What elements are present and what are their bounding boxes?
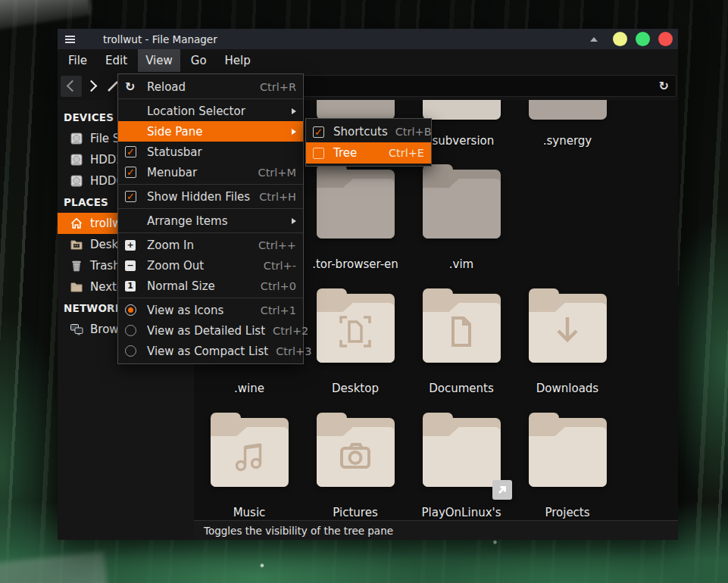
file-item-desktop[interactable]: Desktop: [308, 288, 402, 395]
menu-item-view-as-icons[interactable]: View as Icons Ctrl+1: [118, 300, 303, 320]
maximize-button[interactable]: [636, 32, 650, 46]
folder-icon: [529, 288, 607, 365]
menu-item-label: Zoom Out: [145, 259, 256, 273]
folder-icon: [317, 164, 395, 241]
file-item-vim[interactable]: .vim: [414, 164, 508, 271]
menu-item-label: Normal Size: [145, 279, 253, 293]
zoom-out-icon: −: [125, 260, 136, 271]
file-item-projects[interactable]: Projects: [520, 413, 614, 519]
menu-item-shortcuts[interactable]: Shortcuts Ctrl+B: [306, 121, 431, 142]
menu-item-location-selector[interactable]: Location Selector: [118, 101, 303, 121]
menu-item-side-pane[interactable]: Side Pane: [118, 121, 303, 142]
file-item-documents[interactable]: Documents: [414, 288, 508, 395]
menu-item-arrange-items[interactable]: Arrange Items: [118, 210, 303, 231]
menu-accel: Ctrl+0: [261, 280, 296, 292]
forward-button[interactable]: [82, 76, 103, 97]
menu-item-label: Reload: [145, 80, 252, 94]
statusbar: Toggles the visibility of the tree pane: [194, 520, 678, 540]
menu-separator: [118, 184, 303, 185]
menu-item-label: Location Selector: [145, 104, 286, 118]
checkbox-checked-icon: [125, 191, 136, 202]
desktop-folder-icon: [70, 238, 83, 251]
harddisk-icon: [70, 153, 83, 167]
menu-accel: Ctrl+B: [395, 126, 432, 138]
menu-item-menubar[interactable]: Menubar Ctrl+M: [118, 162, 303, 182]
file-label: PlayOnLinux's: [414, 506, 508, 519]
window-menu-icon[interactable]: [65, 39, 75, 40]
statusbar-text: Toggles the visibility of the tree pane: [204, 525, 393, 537]
menu-accel: Ctrl+E: [389, 147, 424, 159]
checkbox-unchecked-icon: [313, 148, 324, 159]
harddisk-icon: [70, 174, 83, 188]
menu-separator: [118, 232, 303, 233]
menu-item-label: View as Compact List: [145, 344, 268, 358]
file-item-music[interactable]: Music: [202, 413, 296, 519]
file-label: Music: [202, 506, 296, 519]
menu-edit[interactable]: Edit: [98, 49, 135, 72]
menu-view[interactable]: View: [138, 49, 180, 72]
refresh-icon[interactable]: ↻: [659, 78, 669, 92]
menu-accel: Ctrl+-: [264, 260, 296, 272]
checkbox-checked-icon: [125, 146, 136, 157]
radio-selected-icon: [125, 304, 136, 316]
normal-size-icon: 1: [125, 281, 136, 292]
menu-separator: [118, 208, 303, 209]
file-item-partial[interactable]: [308, 100, 402, 120]
menubar: File Edit View Go Help: [58, 49, 678, 72]
menu-accel: Ctrl++: [258, 239, 296, 251]
menu-item-label: View as Icons: [145, 304, 253, 317]
file-item-playonlinux[interactable]: PlayOnLinux's: [414, 413, 508, 519]
menu-accel: Ctrl+3: [276, 345, 311, 357]
document-emblem-icon: [444, 314, 479, 352]
harddisk-icon: [70, 132, 83, 145]
folder-icon: [423, 288, 501, 365]
menu-separator: [118, 298, 303, 298]
menu-accel: Ctrl+R: [260, 81, 296, 93]
menu-accel: Ctrl+2: [273, 325, 308, 337]
menu-item-tree[interactable]: Tree Ctrl+E: [306, 142, 431, 164]
menu-accel: Ctrl+M: [258, 167, 296, 179]
file-item-tor-browser[interactable]: .tor-browser-en: [308, 164, 402, 271]
checkbox-checked-icon: [313, 126, 324, 138]
music-note-emblem-icon: [232, 438, 267, 476]
file-item-synergy[interactable]: .synergy: [520, 100, 614, 148]
file-item-downloads[interactable]: Downloads: [520, 288, 614, 395]
menu-item-normal-size[interactable]: 1 Normal Size Ctrl+0: [118, 276, 303, 296]
file-label: .tor-browser-en: [308, 257, 402, 271]
zoom-in-icon: +: [125, 240, 136, 251]
view-menu-popup: ↻ Reload Ctrl+R Location Selector Side P…: [117, 73, 304, 364]
file-label: Desktop: [308, 382, 402, 395]
menu-help[interactable]: Help: [217, 49, 258, 72]
folder-icon: [423, 413, 501, 489]
close-button[interactable]: [658, 32, 673, 46]
titlebar[interactable]: trollwut - File Manager: [58, 29, 678, 49]
sidebar-item-label: Trash: [90, 259, 120, 273]
file-label: Projects: [520, 506, 614, 519]
menu-item-reload[interactable]: ↻ Reload Ctrl+R: [118, 76, 303, 97]
menu-go[interactable]: Go: [183, 49, 214, 72]
network-icon: [70, 323, 83, 336]
up-icon[interactable]: [108, 80, 118, 95]
menu-item-label: Zoom In: [145, 238, 251, 252]
shade-icon[interactable]: [590, 37, 598, 42]
minimize-button[interactable]: [613, 32, 627, 46]
back-button[interactable]: [61, 76, 82, 97]
file-item-pictures[interactable]: Pictures: [308, 413, 402, 519]
menu-item-label: Statusbar: [145, 145, 296, 159]
forward-icon: [86, 80, 98, 92]
menu-item-zoom-out[interactable]: − Zoom Out Ctrl+-: [118, 255, 303, 276]
file-label: .wine: [202, 382, 296, 395]
folder-icon: [317, 100, 395, 120]
submenu-arrow-icon: [292, 129, 296, 135]
menu-item-view-as-detailed-list[interactable]: View as Detailed List Ctrl+2: [118, 320, 303, 341]
menu-item-statusbar[interactable]: Statusbar: [118, 142, 303, 162]
home-icon: [70, 217, 83, 230]
menu-file[interactable]: File: [61, 49, 95, 72]
submenu-arrow-icon: [292, 218, 296, 224]
side-pane-submenu-popup: Shortcuts Ctrl+B Tree Ctrl+E: [305, 118, 432, 167]
trash-icon: [70, 259, 83, 273]
menu-item-show-hidden-files[interactable]: Show Hidden Files Ctrl+H: [118, 186, 303, 207]
menu-item-zoom-in[interactable]: + Zoom In Ctrl++: [118, 235, 303, 255]
checkbox-checked-icon: [125, 167, 136, 178]
menu-item-view-as-compact-list[interactable]: View as Compact List Ctrl+3: [118, 341, 303, 361]
